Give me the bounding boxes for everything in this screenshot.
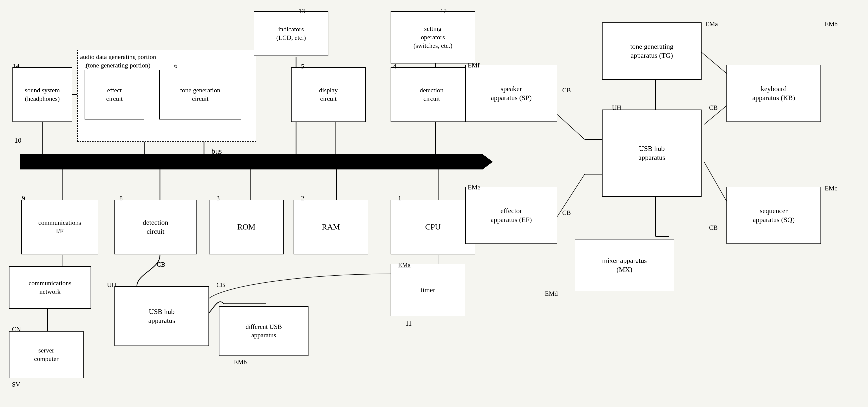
label-5: 5 <box>301 63 304 70</box>
usb-hub-right-box: USB hubapparatus <box>602 110 702 197</box>
label-cb-hub-sq: CB <box>709 224 718 232</box>
label-uh-left: UH <box>107 281 117 289</box>
label-cb-hub-kb: CB <box>709 104 718 112</box>
label-cb-hub-ef: CB <box>562 209 571 216</box>
label-cb-hub-tg: CB <box>562 87 571 94</box>
tone-gen-app-box: tone generatingapparatus (TG) <box>602 22 702 80</box>
sound-system-box: sound system(headphones) <box>12 67 72 122</box>
label-emc: EMc <box>825 185 837 192</box>
label-cb-right-hub: CB <box>216 281 225 289</box>
label-8: 8 <box>119 195 123 202</box>
ram-box: RAM <box>293 200 368 254</box>
usb-hub-left-box: USB hubapparatus <box>115 286 209 346</box>
label-emb-right: EMb <box>825 21 838 28</box>
detection-circuit-box: detectioncircuit <box>391 67 473 122</box>
effector-app-box: effectorapparatus (EF) <box>465 187 557 244</box>
rom-box: ROM <box>209 200 284 254</box>
setting-operators-box: settingoperators(switches, etc.) <box>391 11 475 63</box>
sequencer-app-box: sequencerapparatus (SQ) <box>726 187 821 244</box>
speaker-app-box: speakerapparatus (SP) <box>465 65 557 122</box>
diff-usb-box: different USBapparatus <box>219 306 309 356</box>
comm-network-box: communicationsnetwork <box>9 266 91 309</box>
label-emd: EMd <box>545 290 558 297</box>
label-1: 1 <box>398 195 401 202</box>
label-14: 14 <box>13 62 20 70</box>
display-circuit-box: displaycircuit <box>291 67 366 122</box>
label-7: 7 <box>85 62 88 70</box>
label-9: 9 <box>22 195 25 202</box>
tone-gen-circuit-box: tone generationcircuit <box>159 70 241 119</box>
label-3: 3 <box>216 195 220 202</box>
label-6: 6 <box>174 62 177 70</box>
label-emf: EMf <box>468 62 479 69</box>
svg-line-26 <box>557 115 585 139</box>
label-cn: CN <box>12 326 21 333</box>
label-emb-left: EMb <box>234 358 247 366</box>
label-10: 10 <box>14 137 21 144</box>
label-12: 12 <box>440 7 447 15</box>
label-eme: EMe <box>468 184 480 191</box>
bus-label: bus <box>212 147 222 155</box>
label-11: 11 <box>405 320 412 327</box>
label-uh-right: UH <box>612 104 621 112</box>
cpu-box: CPU <box>391 200 475 254</box>
indicators-box: indicators(LCD, etc.) <box>254 11 329 56</box>
label-4: 4 <box>393 63 396 70</box>
label-cb-left: CB <box>157 261 165 268</box>
svg-marker-0 <box>20 154 493 169</box>
label-sv: SV <box>12 381 20 388</box>
label-13: 13 <box>299 7 305 15</box>
effect-circuit-box: effectcircuit <box>85 70 144 119</box>
usb-host-if-box: detectioncircuit <box>115 200 196 254</box>
label-ema-right: EMa <box>705 21 718 28</box>
keyboard-app-box: keyboardapparatus (KB) <box>726 65 821 122</box>
timer-box: timer <box>391 264 465 316</box>
mixer-app-box: mixer apparatus(MX) <box>575 239 674 291</box>
label-2: 2 <box>301 195 304 202</box>
diagram-container: sound system(headphones) 14 audio data g… <box>0 0 868 407</box>
server-computer-box: servercomputer <box>9 331 84 378</box>
comm-if-box: communicationsI/F <box>21 200 98 254</box>
label-ema-left: EMa <box>398 261 411 269</box>
svg-line-30 <box>557 174 585 216</box>
